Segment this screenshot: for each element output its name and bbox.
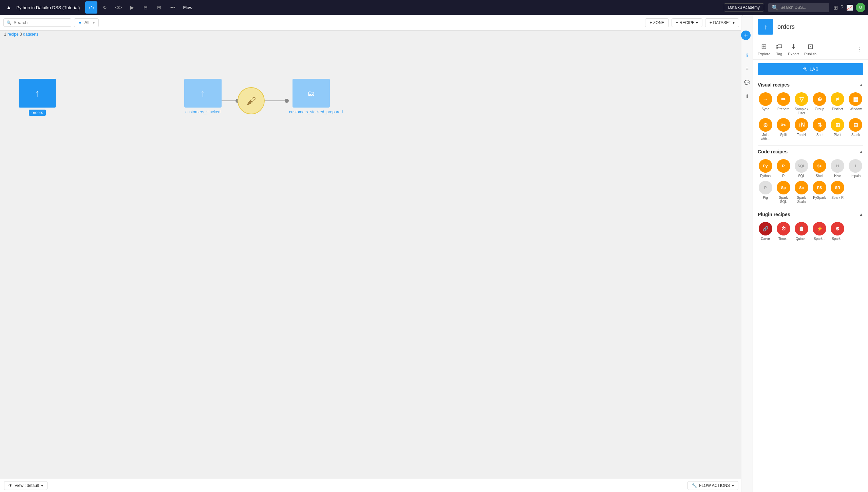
visual-recipe-item[interactable]: → Sync [758, 92, 773, 115]
code-recipe-label: R [782, 174, 785, 178]
right-panel: + ℹ ≡ 💬 ⬆ ↑ orders ⊞ Explore 🏷 Tag [753, 15, 868, 492]
app-logo[interactable]: ▲ [3, 1, 15, 14]
visual-recipes-header[interactable]: Visual recipes ▲ [753, 79, 868, 90]
flow-search-input[interactable] [14, 20, 64, 25]
wrench-icon: 🔧 [692, 483, 697, 488]
code-recipes-header[interactable]: Code recipes ▲ [753, 146, 868, 156]
flow-canvas[interactable]: ↑ orders ↑ customers_stacked 🖌 🗂 [0, 38, 742, 492]
code-recipe-item[interactable]: P Pig [758, 181, 773, 204]
code-recipe-item[interactable]: PS PySpark [812, 181, 827, 204]
grid-icon[interactable]: ⊞ [833, 4, 838, 11]
plugin-recipe-item[interactable]: ⏱ Time... [776, 222, 791, 241]
add-recipe-btn[interactable]: + RECIPE ▾ [672, 18, 702, 27]
recipe-item-label: Join with... [758, 133, 773, 141]
plugin-recipe-item[interactable]: 🔗 Carve [758, 222, 773, 241]
rail-note-icon[interactable]: ≡ [753, 63, 753, 75]
node-customers-stacked-prepared[interactable]: 🗂 customers_stacked_prepared [289, 79, 333, 114]
recipe-icon-circle: ▦ [849, 92, 862, 106]
add-zone-btn[interactable]: + ZONE [645, 18, 669, 27]
lab-button[interactable]: ⚗ LAB [758, 63, 863, 75]
customers-stacked-prepared-box: 🗂 [293, 79, 330, 108]
code-recipe-label: Spark Scala [794, 196, 809, 204]
nav-btn-run[interactable]: ▶ [126, 1, 138, 14]
node-customers-stacked[interactable]: ↑ customers_stacked [184, 79, 222, 114]
code-recipe-item[interactable]: SR Spark R [830, 181, 845, 204]
help-icon[interactable]: ? [841, 4, 844, 11]
customers-stacked-icon: ↑ [201, 88, 205, 99]
plugin-recipe-item[interactable]: ⚡ Spark... [812, 222, 827, 241]
visual-recipes-title: Visual recipes [758, 82, 790, 88]
user-avatar[interactable]: U [856, 3, 865, 12]
publish-action[interactable]: ⊡ Publish [804, 42, 816, 56]
code-recipe-item[interactable]: Sc Spark Scala [794, 181, 809, 204]
recipe-link[interactable]: recipe [7, 32, 19, 37]
nav-btn-flow[interactable] [85, 1, 97, 14]
recipe-icon-circle: ⇅ [813, 118, 826, 132]
nav-btn-code[interactable]: </> [112, 1, 125, 14]
recipe-item-label: Split [780, 133, 787, 137]
view-select-btn[interactable]: 👁 View : default ▾ [4, 481, 48, 490]
customers-stacked-prepared-icon: 🗂 [307, 89, 315, 98]
code-recipe-item[interactable]: I Impala [848, 159, 863, 178]
visual-recipe-item[interactable]: ⊕ Group [812, 92, 827, 115]
filter-dropdown[interactable]: ▼ All ▾ [74, 18, 99, 27]
node-orders[interactable]: ↑ orders [19, 79, 56, 116]
flow-actions-btn[interactable]: 🔧 FLOW ACTIONS ▾ [687, 481, 738, 490]
visual-recipe-item[interactable]: ⇅ Sort [812, 118, 827, 141]
plugin-recipes-grid: 🔗 Carve ⏱ Time... 📋 Quine... ⚡ Spark... … [753, 219, 868, 245]
view-label: View : default [15, 483, 39, 488]
plugin-recipe-icon-circle: 🔗 [759, 222, 772, 235]
code-recipe-icon-circle: Py [759, 159, 772, 173]
recipe-icon-circle: → [759, 92, 772, 106]
dataset-link[interactable]: datasets [23, 32, 38, 37]
flow-actions-label: FLOW ACTIONS [699, 483, 730, 488]
explore-action[interactable]: ⊞ Explore [758, 42, 770, 56]
analytics-icon[interactable]: 📈 [846, 4, 853, 11]
project-title: Python in Dataiku DSS (Tutorial) [16, 5, 80, 10]
nav-btn-more[interactable]: ••• [167, 1, 179, 14]
code-recipe-item[interactable]: Py Python [758, 159, 773, 178]
dataiku-academy-btn[interactable]: Dataiku Academy [724, 3, 764, 12]
bottom-bar: 👁 View : default ▾ 🔧 FLOW ACTIONS ▾ [0, 479, 742, 492]
visual-recipe-item[interactable]: ⊞ Pivot [830, 118, 845, 141]
flask-icon: ⚗ [803, 67, 807, 72]
global-search: 🔍 [768, 3, 829, 12]
rail-info-icon[interactable]: ℹ [753, 50, 753, 61]
recipe-item-label: Sample / Filter [794, 107, 809, 115]
plugin-recipe-item[interactable]: ⚙ Spark... [830, 222, 845, 241]
visual-recipe-item[interactable]: ▦ Window [848, 92, 863, 115]
plugin-recipe-item[interactable]: 📋 Quine... [794, 222, 809, 241]
search-input[interactable] [780, 5, 825, 10]
tag-action[interactable]: 🏷 Tag [776, 43, 782, 56]
visual-recipe-item[interactable]: ⊟ Stack [848, 118, 863, 141]
nav-btn-refresh[interactable]: ↻ [99, 1, 111, 14]
plugin-recipes-chevron: ▲ [859, 212, 863, 217]
visual-recipe-item[interactable]: ✂ Split [776, 118, 791, 141]
recipe-icon-circle: ⊕ [813, 92, 826, 106]
nav-btn-table[interactable]: ⊞ [153, 1, 165, 14]
visual-recipe-item[interactable]: ≠ Distinct [830, 92, 845, 115]
visual-recipe-item[interactable]: ↑N Top N [794, 118, 809, 141]
add-dataset-btn[interactable]: + DATASET ▾ [705, 18, 739, 27]
rail-chat-icon[interactable]: 💬 [753, 77, 753, 88]
code-recipe-item[interactable]: $> Shell [812, 159, 827, 178]
flow-label: Flow [183, 5, 192, 10]
plugin-recipe-label: Spark... [814, 237, 825, 241]
export-action[interactable]: ⬇ Export [788, 42, 799, 56]
more-actions-btn[interactable]: ⋮ [856, 45, 863, 53]
code-recipe-icon-circle: SR [831, 181, 844, 194]
rail-upload-icon[interactable]: ⬆ [753, 90, 753, 102]
code-recipe-item[interactable]: R R [776, 159, 791, 178]
node-prepare-recipe[interactable]: 🖌 [238, 87, 265, 114]
code-recipe-item[interactable]: H Hive [830, 159, 845, 178]
nav-btn-deploy[interactable]: ⊟ [139, 1, 152, 14]
code-recipe-item[interactable]: Sp Spark SQL [776, 181, 791, 204]
code-recipe-label: Spark SQL [776, 196, 791, 204]
plugin-recipes-header[interactable]: Plugin recipes ▲ [753, 208, 868, 219]
visual-recipe-item[interactable]: ▽ Sample / Filter [794, 92, 809, 115]
code-recipe-item[interactable]: SQL SQL [794, 159, 809, 178]
customers-stacked-box: ↑ [184, 79, 222, 108]
visual-recipe-item[interactable]: ✏ Prepare [776, 92, 791, 115]
visual-recipe-item[interactable]: ⊙ Join with... [758, 118, 773, 141]
export-icon: ⬇ [791, 42, 796, 51]
